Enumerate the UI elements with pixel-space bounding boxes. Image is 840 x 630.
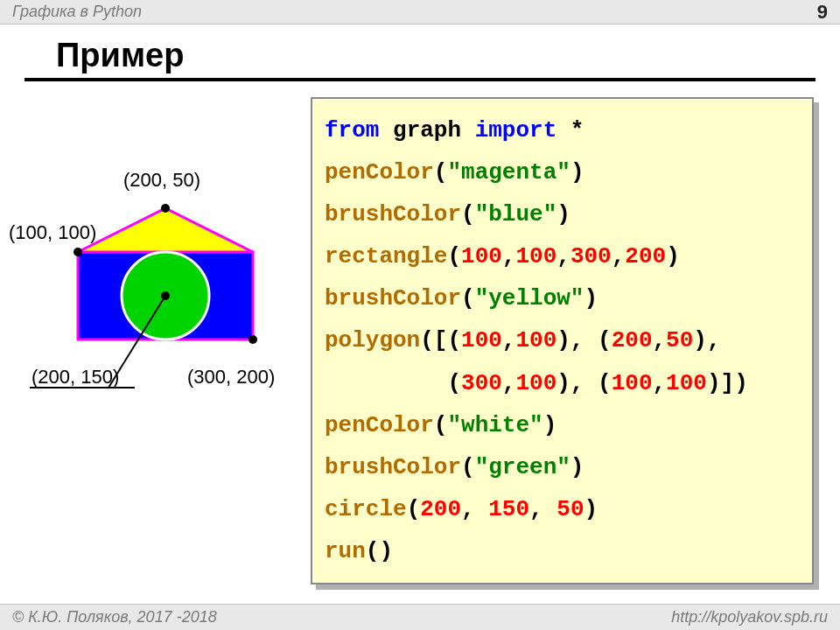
- code-num: 150: [488, 496, 529, 522]
- code-num: 50: [666, 327, 693, 354]
- code-num: 50: [556, 496, 584, 522]
- code-str: "blue": [475, 201, 557, 228]
- code-text: (: [434, 159, 448, 186]
- code-text: (: [407, 496, 421, 522]
- code-text: ),: [693, 327, 720, 354]
- code-text: ,: [502, 370, 516, 396]
- code-fn: penColor: [325, 159, 434, 186]
- code-num: 100: [515, 370, 556, 396]
- code-text: ([(: [420, 327, 461, 354]
- footer-left: © К.Ю. Поляков, 2017 -2018: [12, 608, 217, 626]
- label-300-200: (300, 200): [187, 366, 275, 388]
- code-fn: run: [325, 538, 366, 564]
- code-str: "white": [447, 412, 542, 438]
- point-100-100: [74, 248, 82, 256]
- code-fn: polygon: [325, 327, 420, 354]
- code-num: 100: [612, 370, 653, 396]
- header-bar: Графика в Python 9: [0, 0, 840, 24]
- code-text: ): [570, 159, 584, 186]
- code-num: 100: [461, 243, 502, 270]
- code-fn: rectangle: [325, 243, 447, 270]
- code-block: from graph import * penColor("magenta") …: [311, 97, 814, 584]
- label-100-100: (100, 100): [9, 221, 96, 244]
- code-text: (: [447, 243, 461, 270]
- code-text: ), (: [556, 327, 611, 354]
- code-kw: import: [475, 117, 557, 144]
- code-text: ,: [653, 370, 667, 396]
- code-text: ): [570, 454, 584, 480]
- code-kw: from: [325, 117, 379, 144]
- code-fn: brushColor: [325, 201, 461, 228]
- footer-bar: © К.Ю. Поляков, 2017 -2018 http://kpolya…: [0, 604, 840, 630]
- code-str: "yellow": [475, 285, 584, 312]
- code-text: (: [461, 454, 475, 480]
- code-num: 300: [570, 243, 612, 270]
- code-num: 100: [666, 370, 707, 396]
- figure: (200, 50) (100, 100) (300, 200) (200, 15…: [12, 134, 310, 449]
- code-text: ,: [556, 243, 570, 270]
- code-num: 200: [625, 243, 666, 270]
- label-200-150: (200, 150): [32, 366, 119, 388]
- code-text: ): [556, 201, 570, 228]
- code-fn: brushColor: [325, 285, 461, 312]
- code-text: ,: [461, 496, 488, 522]
- code-fn: circle: [325, 496, 407, 522]
- code-text: (: [461, 285, 475, 312]
- code-text: graph: [379, 117, 474, 144]
- code-text: ,: [502, 327, 516, 354]
- code-str: "green": [475, 454, 570, 480]
- code-text: ,: [612, 243, 626, 270]
- code-text: ,: [653, 327, 667, 354]
- code-fn: penColor: [325, 412, 434, 438]
- code-num: 100: [515, 243, 556, 270]
- code-text: (: [461, 201, 475, 228]
- code-fn: brushColor: [325, 454, 461, 480]
- code-text: ): [543, 412, 557, 438]
- code-num: 200: [612, 327, 653, 354]
- header-title: Графика в Python: [12, 3, 142, 21]
- code-num: 300: [461, 370, 502, 396]
- code-text: ,: [529, 496, 556, 522]
- code-text: ): [666, 243, 680, 270]
- code-text: ,: [502, 243, 516, 270]
- code-str: "magenta": [447, 159, 570, 186]
- code-text: )]): [707, 370, 748, 396]
- code-num: 100: [515, 327, 556, 354]
- footer-right: http://kpolyakov.spb.ru: [671, 608, 828, 626]
- point-300-200: [248, 335, 257, 344]
- slide-content: (200, 50) (100, 100) (300, 200) (200, 15…: [0, 81, 840, 606]
- point-200-50: [161, 204, 170, 213]
- triangle-shape: [78, 208, 253, 252]
- code-text: ): [584, 496, 598, 522]
- code-text: (: [434, 412, 448, 438]
- code-text: *: [556, 117, 584, 144]
- label-200-50: (200, 50): [123, 169, 200, 192]
- slide-title: Пример: [24, 24, 816, 81]
- code-text: ), (: [556, 370, 611, 396]
- page-number: 9: [817, 1, 828, 24]
- code-text: (): [366, 538, 393, 564]
- code-text: (: [325, 370, 461, 396]
- code-text: ): [584, 285, 598, 312]
- code-num: 100: [461, 327, 502, 354]
- code-num: 200: [420, 496, 461, 522]
